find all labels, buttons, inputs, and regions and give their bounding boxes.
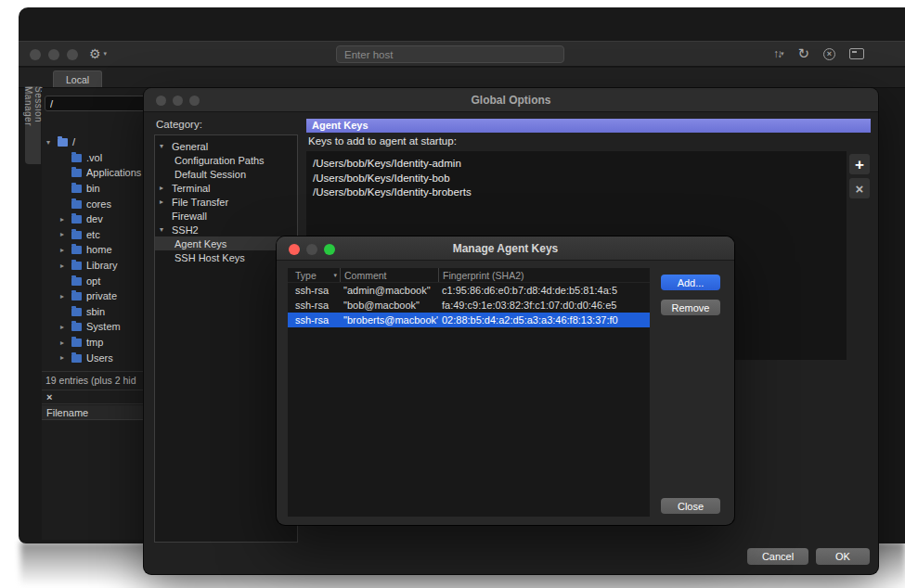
category-label: SSH Host Keys <box>175 252 245 263</box>
category-item[interactable]: Configuration Paths <box>155 153 297 167</box>
add-button[interactable]: Add... <box>661 275 720 290</box>
close-window-button[interactable] <box>30 49 41 60</box>
category-label: Agent Keys <box>175 238 226 249</box>
chevron-down-icon: ▾ <box>104 50 108 58</box>
category-label: Default Session <box>175 169 246 180</box>
chevron-right-icon[interactable]: ▸ <box>60 262 71 270</box>
cell-type: ssh-rsa <box>288 285 340 296</box>
close-button[interactable]: Close <box>661 498 720 514</box>
tree-item-label: private <box>86 290 117 301</box>
cell-comment: "bob@macbook" <box>340 300 438 311</box>
chevron-right-icon[interactable]: ▸ <box>60 246 71 254</box>
key-path-item[interactable]: /Users/bob/Keys/Identity-bob <box>313 172 847 186</box>
tree-item-label: .vol <box>86 152 102 163</box>
chevron-right-icon[interactable]: ▸ <box>60 353 71 362</box>
close-icon: × <box>856 182 864 196</box>
host-input[interactable] <box>336 45 564 63</box>
tree-item-label: Users <box>86 352 113 364</box>
tree-item-label: etc <box>86 229 100 240</box>
folder-icon <box>71 277 82 286</box>
category-item[interactable]: ▾ General <box>155 139 297 153</box>
category-item[interactable]: Firewall <box>155 209 297 223</box>
terminal-window-icon <box>849 48 864 59</box>
chevron-right-icon[interactable]: ▸ <box>160 198 172 206</box>
folder-icon <box>71 292 82 300</box>
remove-key-button[interactable]: × <box>849 178 870 198</box>
folder-icon <box>71 262 82 270</box>
category-label: Configuration Paths <box>175 155 265 166</box>
table-row[interactable]: ssh-rsa "admin@macbook" c1:95:86:d6:e0:b… <box>288 283 650 298</box>
tree-item-label: bin <box>86 183 100 194</box>
category-item[interactable]: Default Session <box>155 167 297 181</box>
disconnect-button[interactable]: × <box>823 48 835 60</box>
cell-fingerprint: fa:49:c9:1e:03:82:3f:c1:07:d0:d0:46:e5 <box>438 300 650 311</box>
tree-item-label: home <box>86 244 112 255</box>
dialog-title: Manage Agent Keys <box>277 242 734 255</box>
chevron-down-icon[interactable]: ▾ <box>46 138 58 147</box>
chevron-right-icon[interactable]: ▸ <box>60 292 71 300</box>
column-header-fingerprint[interactable]: Fingerprint (SHA2) <box>438 268 650 282</box>
remove-button[interactable]: Remove <box>661 300 720 315</box>
chevron-right-icon[interactable]: ▸ <box>60 323 71 331</box>
folder-icon <box>71 200 82 209</box>
tree-item-label: Library <box>86 260 118 271</box>
chevron-down-icon: ▾ <box>781 50 784 58</box>
folder-icon <box>71 154 82 162</box>
chevron-down-icon[interactable]: ▾ <box>160 142 172 150</box>
folder-icon <box>71 231 82 239</box>
path-input[interactable] <box>45 96 160 111</box>
category-label: File Transfer <box>172 197 228 208</box>
chevron-right-icon[interactable]: ▸ <box>160 184 172 192</box>
chevron-right-icon[interactable]: ▸ <box>60 230 71 238</box>
cell-comment: "admin@macbook" <box>340 285 438 296</box>
chevron-down-icon[interactable]: ▾ <box>333 272 337 279</box>
refresh-button[interactable]: ↻ <box>797 45 809 62</box>
table-row[interactable]: ssh-rsa "bob@macbook" fa:49:c9:1e:03:82:… <box>288 298 650 313</box>
category-label: Category: <box>156 119 202 130</box>
minimize-window-button[interactable] <box>48 49 59 60</box>
ok-button[interactable]: OK <box>816 548 870 565</box>
column-header-type[interactable]: Type ▾ <box>288 268 340 282</box>
panel-header: Agent Keys <box>306 119 871 133</box>
chevron-right-icon[interactable]: ▸ <box>60 215 71 224</box>
category-item[interactable]: ▸ Terminal <box>155 181 297 195</box>
folder-icon <box>71 339 82 347</box>
add-key-button[interactable]: + <box>849 154 870 174</box>
chevron-down-icon[interactable]: ▾ <box>160 225 172 234</box>
chevron-right-icon[interactable]: ▸ <box>60 339 71 347</box>
session-manager-tab[interactable]: Session Manager <box>25 86 41 164</box>
traffic-lights <box>30 49 78 60</box>
keys-startup-label: Keys to add to agent at startup: <box>308 135 457 147</box>
folder-icon <box>71 354 82 363</box>
sort-sessions-button[interactable]: ↑↓ ▾ <box>773 47 784 60</box>
column-header-comment[interactable]: Comment <box>340 268 438 282</box>
settings-menu-button[interactable]: ⚙ ▾ <box>89 42 107 66</box>
key-path-item[interactable]: /Users/bob/Keys/Identity-broberts <box>313 185 847 200</box>
cell-type: ssh-rsa <box>288 314 340 326</box>
table-row-selected[interactable]: ssh-rsa "broberts@macbook" 02:88:b5:d4:a… <box>288 313 650 327</box>
open-terminal-button[interactable] <box>849 48 864 59</box>
category-item[interactable]: ▾ SSH2 <box>155 223 297 236</box>
folder-icon <box>71 308 82 316</box>
toolbar-right-icons: ↑↓ ▾ ↻ × <box>773 42 864 66</box>
sort-arrows-icon: ↑↓ <box>773 47 781 60</box>
agent-keys-table: Type ▾ Comment Fingerprint (SHA2) ssh-rs… <box>288 268 650 517</box>
category-item[interactable]: ▸ File Transfer <box>155 195 297 209</box>
gear-icon: ⚙ <box>89 46 101 61</box>
close-circle-icon: × <box>823 48 835 60</box>
close-icon[interactable]: × <box>46 391 52 403</box>
tree-item-label: opt <box>86 275 100 287</box>
tree-item-label: cores <box>86 198 111 210</box>
tree-item-label: / <box>72 136 75 147</box>
category-label: SSH2 <box>172 224 199 236</box>
folder-icon <box>71 246 82 254</box>
key-path-item[interactable]: /Users/bob/Keys/Identity-admin <box>313 157 847 172</box>
cancel-button[interactable]: Cancel <box>747 548 808 565</box>
main-toolbar: ⚙ ▾ ↑↓ ▾ ↻ × <box>19 41 905 67</box>
tab-local[interactable]: Local <box>53 70 102 87</box>
zoom-window-button[interactable] <box>67 49 78 60</box>
category-label: General <box>172 141 208 152</box>
dialog-titlebar: Manage Agent Keys <box>277 236 734 261</box>
tree-item-label: Applications <box>86 167 141 178</box>
screenshot-stage: ⚙ ▾ ↑↓ ▾ ↻ × Local <box>0 0 905 588</box>
